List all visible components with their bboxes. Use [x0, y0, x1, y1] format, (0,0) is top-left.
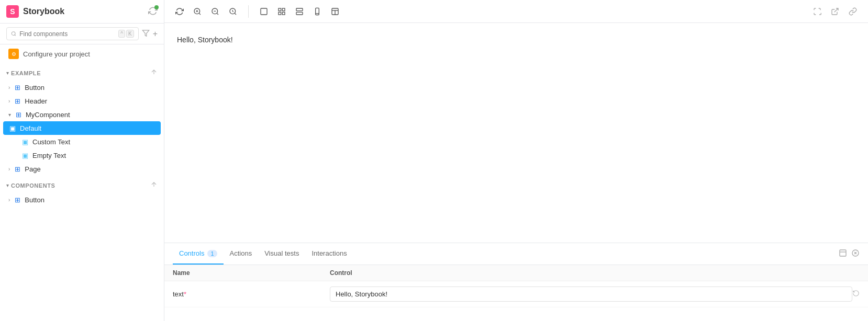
row-control-cell [330, 286, 852, 302]
zoom-in-icon [193, 7, 202, 16]
sidebar-item-label: Button [25, 196, 44, 204]
sidebar-item-label: Custom Text [32, 138, 70, 146]
svg-rect-4 [261, 8, 267, 15]
page-chevron: › [8, 166, 10, 172]
controls-table: Name Control text* [164, 265, 868, 307]
svg-rect-9 [296, 8, 303, 11]
header-chevron: › [8, 98, 10, 104]
row-name-cell: text* [173, 290, 330, 298]
viewport-stacked-button[interactable] [292, 4, 307, 19]
col-header-control: Control [330, 269, 860, 277]
configure-label: Configure your project [23, 50, 90, 58]
toolbar-divider-1 [248, 5, 249, 18]
tab-interactions-label: Interactions [311, 249, 347, 257]
fullscreen-button[interactable] [809, 4, 825, 19]
panel-layout-button[interactable] [839, 249, 847, 259]
reload-icon [175, 7, 184, 16]
storybook-title: Storybook [23, 7, 64, 16]
tab-visual-tests-label: Visual tests [264, 249, 299, 257]
example-section-label: EXAMPLE [11, 70, 41, 76]
viewport-mobile-button[interactable] [309, 4, 325, 19]
add-story-button[interactable]: + [153, 29, 158, 39]
sidebar-item-mycomponent[interactable]: ▾ ⊞ MyComponent [0, 108, 164, 121]
mycomponent-chevron: ▾ [8, 112, 11, 118]
panel-close-button[interactable] [851, 249, 860, 259]
toolbar [164, 0, 868, 23]
svg-rect-11 [316, 8, 319, 15]
sidebar-search-container: ^ K + [0, 24, 164, 44]
copy-link-button[interactable] [845, 4, 861, 19]
tab-actions[interactable]: Actions [224, 243, 259, 265]
viewport-grid-icon [277, 7, 286, 16]
svg-rect-6 [282, 8, 285, 11]
example-sort-icon[interactable] [150, 68, 158, 77]
sidebar-item-header[interactable]: › ⊞ Header [0, 94, 164, 108]
sidebar-item-label: Page [25, 165, 40, 173]
comp-button-chevron: › [8, 197, 10, 203]
zoom-out-icon [211, 7, 219, 16]
sidebar-item-empty-text[interactable]: ▣ Empty Text [0, 148, 164, 162]
zoom-out-button[interactable] [207, 4, 223, 19]
filter-icon[interactable] [142, 29, 150, 39]
copy-link-icon [849, 7, 857, 16]
close-icon [851, 249, 860, 257]
search-field[interactable]: ^ K [6, 27, 139, 40]
button-grid-icon: ⊞ [13, 83, 21, 91]
panel-layout-icon [839, 249, 847, 257]
components-sort-icon[interactable] [150, 181, 158, 190]
sidebar-item-label: Button [25, 84, 44, 91]
components-chevron: ▾ [6, 182, 9, 188]
storybook-logo-icon: S [6, 5, 19, 18]
reload-button[interactable] [172, 4, 187, 19]
reset-control-button[interactable] [852, 290, 860, 299]
tab-actions-label: Actions [230, 249, 252, 257]
header-grid-icon: ⊞ [13, 97, 21, 105]
field-name: text [173, 290, 184, 298]
preview-content: Hello, Storybook! [177, 36, 855, 44]
example-section-header: ▾ EXAMPLE [0, 63, 164, 81]
tab-visual-tests[interactable]: Visual tests [258, 243, 305, 265]
sidebar-header: S Storybook [0, 0, 164, 24]
open-new-icon [831, 7, 839, 16]
viewport-layout-button[interactable] [327, 4, 343, 19]
sidebar: S Storybook ^ K [0, 0, 164, 321]
tab-interactions[interactable]: Interactions [305, 243, 353, 265]
sidebar-item-button-example[interactable]: › ⊞ Button [0, 81, 164, 94]
viewport-grid-button[interactable] [274, 4, 290, 19]
svg-rect-7 [279, 12, 281, 15]
viewport-layout-icon [331, 7, 339, 16]
components-section-label: COMPONENTS [11, 182, 55, 189]
sidebar-item-page[interactable]: › ⊞ Page [0, 162, 164, 176]
search-input[interactable] [19, 30, 115, 38]
sidebar-item-custom-text[interactable]: ▣ Custom Text [0, 135, 164, 148]
text-control-input[interactable] [330, 286, 852, 302]
viewport-single-button[interactable] [256, 4, 272, 19]
button-chevron: › [8, 85, 10, 90]
required-indicator: * [184, 290, 186, 298]
configure-project-item[interactable]: ⚙ Configure your project [0, 44, 164, 63]
sidebar-item-button-components[interactable]: › ⊞ Button [0, 193, 164, 207]
table-header-row: Name Control [164, 265, 868, 281]
update-button[interactable] [148, 6, 158, 17]
open-new-tab-button[interactable] [827, 4, 843, 19]
preview-area: Hello, Storybook! [164, 23, 868, 243]
zoom-reset-icon [229, 7, 237, 16]
viewport-mobile-icon [313, 7, 321, 16]
sidebar-item-default[interactable]: ▣ Default [3, 121, 161, 135]
bottom-panel: Controls 1 Actions Visual tests Interact… [164, 243, 868, 321]
viewport-single-icon [260, 7, 268, 16]
zoom-reset-button[interactable] [225, 4, 241, 19]
tab-controls[interactable]: Controls 1 [173, 243, 224, 265]
zoom-in-button[interactable] [190, 4, 205, 19]
filter-svg [142, 29, 150, 37]
update-dot [154, 5, 159, 9]
svg-rect-8 [282, 12, 285, 15]
panel-tabs: Controls 1 Actions Visual tests Interact… [164, 243, 868, 265]
svg-rect-16 [840, 250, 846, 256]
components-section-header: ▾ COMPONENTS [0, 176, 164, 193]
panel-tabs-right [839, 249, 860, 259]
custom-text-story-icon: ▣ [21, 137, 29, 146]
col-header-name: Name [173, 269, 330, 277]
app: S Storybook ^ K [0, 0, 868, 321]
toolbar-group-view [256, 4, 343, 19]
